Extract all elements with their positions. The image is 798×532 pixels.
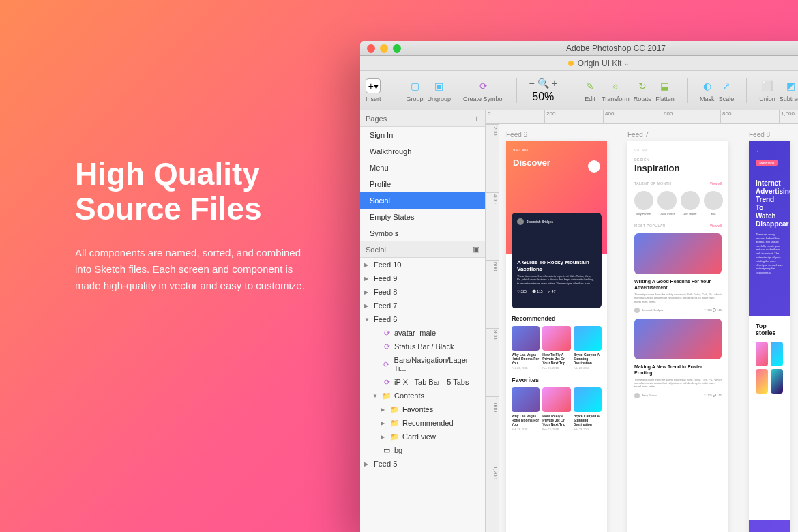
layers-header: Social ▣ (360, 241, 485, 258)
artboard-feed8[interactable]: Feed 8 ← #Advertising Internet Advertisi… (749, 131, 790, 532)
artboard-feed6[interactable]: Feed 6 9:41 AM Discover Jeremiah Bridges… (506, 131, 607, 532)
document-title-bar[interactable]: Origin UI Kit ⌄ (360, 56, 798, 71)
edit-button[interactable]: ✎Edit (582, 78, 597, 102)
layer-row[interactable]: ▼📁Contents (360, 389, 485, 402)
minimize-icon[interactable] (380, 44, 388, 53)
avatar-item: May Farmer (634, 191, 653, 216)
flatten-icon: ⬓ (657, 78, 673, 93)
layers-list: ▶Feed 10▶Feed 9▶Feed 8▶Feed 7▼Feed 6⟳ava… (360, 258, 485, 471)
rotate-button[interactable]: ↻Rotate (634, 78, 652, 102)
magnifier-icon: 🔍 (537, 78, 549, 89)
edit-icon: ✎ (582, 78, 597, 93)
subtract-button[interactable]: ◩Subtract (780, 78, 798, 102)
symbol-icon: ⟳ (476, 78, 491, 93)
pages-list: Sign InWalkthroughMenuProfileSocialEmpty… (360, 127, 485, 241)
mini-card: How To Fly A Private Jet On Your Next Tr… (542, 326, 570, 370)
page-item[interactable]: Sign In (360, 127, 485, 143)
back-icon: ← (756, 148, 783, 154)
post-card: Making A New Trend In Poster PrintingThe… (634, 319, 722, 398)
app-window: Adobe Photoshop CC 2017 Origin UI Kit ⌄ … (360, 41, 798, 532)
insert-button[interactable]: +▾ Insert (366, 78, 381, 102)
mini-card: Bryce Canyon A Stunning DestinationFeb 2… (574, 387, 602, 431)
mask-button[interactable]: ◐Mask (700, 78, 715, 102)
avatar-item: Jon Glover (681, 191, 700, 216)
pages-header: Pages + (360, 110, 485, 127)
transform-button[interactable]: ⟐Transform (602, 78, 630, 102)
promo-headline: High Quality Source Files (75, 157, 307, 226)
scale-button[interactable]: ⤢Scale (719, 78, 735, 102)
avatar (588, 160, 600, 173)
layer-row[interactable]: ▶Feed 10 (360, 258, 485, 271)
shares-stat: ↗ 47 (548, 289, 555, 293)
ruler-horizontal: 02004006008001,000 (486, 110, 798, 124)
layer-row[interactable]: ▶📁Favorites (360, 402, 485, 416)
group-icon: ▢ (407, 78, 422, 93)
ungroup-icon: ▣ (432, 78, 447, 93)
hero-card: Jeremiah Bridges A Guide To Rocky Mounta… (512, 213, 602, 308)
avatar-icon (517, 218, 524, 225)
traffic-lights (367, 44, 401, 53)
ungroup-button[interactable]: ▣Ungroup (428, 78, 452, 102)
layer-row[interactable]: ⟳Status Bar / Black (360, 340, 485, 353)
sidebar: Pages + Sign InWalkthroughMenuProfileSoc… (360, 110, 486, 532)
page-item[interactable]: Symbols (360, 225, 485, 241)
layer-row[interactable]: ▶Feed 5 (360, 457, 485, 471)
zoom-in-icon[interactable]: + (552, 78, 557, 89)
layer-row[interactable]: ▼Feed 6 (360, 312, 485, 326)
mask-icon: ◐ (700, 78, 715, 93)
unsaved-dot-icon (568, 61, 574, 66)
layer-row[interactable]: ⟳Bars/Navigation/Lager Ti... (360, 353, 485, 375)
scale-icon: ⤢ (719, 78, 734, 93)
union-button[interactable]: ⬜Union (759, 78, 775, 102)
promo-body: All components are named, sorted, and co… (75, 245, 307, 294)
layer-row[interactable]: ▶Feed 8 (360, 285, 485, 299)
document-title: Origin UI Kit (578, 59, 622, 68)
layer-row[interactable]: ⟳iP X - Tab Bar - 5 Tabs (360, 375, 485, 389)
toolbar: +▾ Insert ▢Group ▣Ungroup ⟳Create Symbol… (360, 71, 798, 110)
page-item[interactable]: Walkthrough (360, 143, 485, 160)
ruler-vertical: 2004006008001,0001,200 (486, 124, 499, 532)
layer-row[interactable]: ▶Feed 7 (360, 299, 485, 312)
transform-icon: ⟐ (608, 78, 623, 93)
zoom-out-icon[interactable]: − (529, 78, 535, 89)
canvas[interactable]: 02004006008001,000 2004006008001,0001,20… (486, 110, 798, 532)
zoom-control[interactable]: −🔍+ 50% (529, 78, 557, 103)
hero-title: Discover (513, 158, 600, 168)
mini-card: Why Las Vegas Hotel Rooms For YouFeb 23,… (512, 387, 540, 431)
add-page-button[interactable]: + (474, 113, 479, 124)
titlebar: Adobe Photoshop CC 2017 (360, 41, 798, 56)
chevron-down-icon: ⌄ (624, 60, 630, 67)
layers-toggle-icon[interactable]: ▣ (473, 245, 479, 254)
layer-row[interactable]: ▶📁Card view (360, 430, 485, 443)
avatar-item: Eva (704, 191, 723, 216)
status-bar: 9:41 AM (513, 148, 600, 152)
layer-row[interactable]: ▶📁Recommended (360, 416, 485, 430)
page-item[interactable]: Profile (360, 176, 485, 192)
avatar-item: David Potter (657, 191, 677, 216)
rotate-icon: ↻ (635, 78, 650, 93)
layer-row[interactable]: ▭bg (360, 443, 485, 457)
mini-card: Bryce Canyon A Stunning DestinationFeb 2… (574, 326, 602, 370)
page-item[interactable]: Menu (360, 160, 485, 176)
union-icon: ⬜ (760, 78, 775, 93)
flatten-button[interactable]: ⬓Flatten (655, 78, 675, 102)
artboard-feed7[interactable]: Feed 7 9:41 AM DESIGN Inspiration TALENT… (627, 131, 728, 532)
group-button[interactable]: ▢Group (407, 78, 424, 102)
page-item[interactable]: Social (360, 192, 485, 209)
layer-row[interactable]: ⟳avatar- male (360, 326, 485, 340)
promo-panel: High Quality Source Files All components… (75, 157, 307, 294)
plus-icon: +▾ (366, 78, 381, 93)
page-item[interactable]: Empty States (360, 209, 485, 225)
layer-row[interactable]: ▶Feed 9 (360, 271, 485, 285)
likes-stat: ♡ 325 (517, 289, 527, 293)
comments-stat: 💬 115 (532, 289, 543, 293)
mini-card: Why Las Vegas Hotel Rooms For YouFeb 23,… (512, 326, 540, 370)
create-symbol-button[interactable]: ⟳Create Symbol (463, 78, 504, 102)
maximize-icon[interactable] (393, 44, 401, 53)
close-icon[interactable] (367, 44, 375, 53)
app-title: Adobe Photoshop CC 2017 (401, 44, 798, 53)
post-card: Writing A Good Headline For Your Adverti… (634, 233, 722, 313)
subtract-icon: ◩ (783, 78, 798, 93)
mini-card: How To Fly A Private Jet On Your Next Tr… (542, 387, 570, 431)
